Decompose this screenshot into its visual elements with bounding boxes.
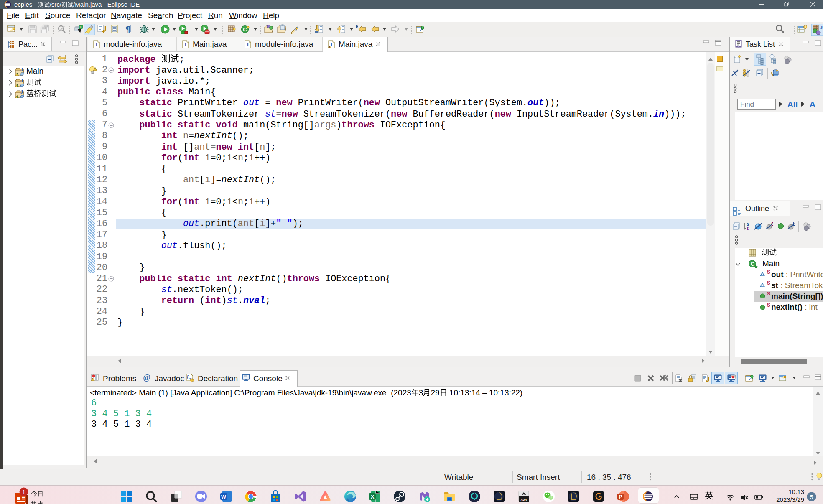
svg-text:C: C [80, 25, 82, 29]
svg-text:S: S [767, 291, 770, 296]
svg-text:5: 5 [810, 494, 813, 500]
svg-text:S: S [771, 222, 773, 227]
svg-text:!: ! [17, 84, 18, 87]
svg-text:S: S [767, 280, 770, 285]
svg-text:@: @ [143, 373, 150, 382]
svg-text:L: L [793, 222, 795, 227]
svg-text:S: S [767, 270, 770, 275]
svg-text:X: X [371, 494, 375, 500]
svg-text:J: J [820, 24, 823, 31]
svg-text:!: ! [17, 95, 18, 98]
svg-text:S: S [767, 303, 770, 308]
svg-text:J: J [20, 67, 23, 72]
svg-text:z: z [747, 226, 749, 230]
svg-text:ADA: ADA [520, 498, 527, 501]
svg-text:C: C [751, 261, 754, 267]
svg-text:J: J [184, 41, 187, 48]
svg-text:!: ! [17, 73, 18, 76]
svg-text:J: J [20, 89, 23, 95]
svg-text:C: C [243, 26, 247, 33]
svg-text:¶: ¶ [125, 24, 130, 34]
svg-text:W: W [221, 494, 227, 500]
svg-text:P: P [619, 494, 622, 500]
svg-text:J: J [246, 41, 249, 48]
svg-text:!: ! [329, 46, 330, 48]
svg-text:J: J [20, 78, 23, 84]
svg-text:J: J [95, 41, 98, 48]
svg-text:!: ! [92, 378, 93, 381]
svg-text:1: 1 [22, 489, 25, 495]
svg-text:{..: {.. [187, 374, 191, 379]
